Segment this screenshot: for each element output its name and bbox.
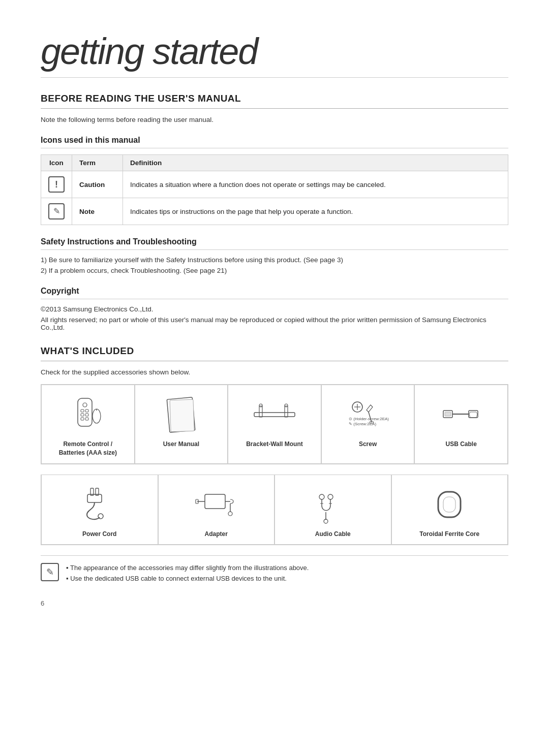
svg-rect-0: [78, 398, 92, 426]
icons-section: Icons used in this manual Icon Term Defi…: [41, 136, 508, 225]
remote-control-icon: [68, 396, 108, 434]
bracket-image: [232, 394, 317, 435]
screw-label: Screw: [359, 440, 377, 449]
table-row: ✎ Note Indicates tips or instructions on…: [41, 198, 508, 225]
remote-control-image: [46, 394, 130, 435]
page-title: getting started: [41, 30, 508, 78]
power-cord-icon: [79, 484, 120, 525]
caution-icon: !: [48, 176, 65, 193]
svg-rect-11: [170, 399, 194, 432]
before-reading-note: Note the following terms before reading …: [41, 116, 508, 123]
svg-point-38: [228, 512, 232, 516]
screw-image: ⊙ (Holder-screw:2EA) ✎ (Screw:2EA): [326, 394, 410, 435]
accessory-audio-cable: Audio Cable: [274, 475, 391, 545]
note-block-icon: ✎: [41, 563, 59, 581]
table-header-icon: Icon: [41, 155, 72, 171]
copyright-title: Copyright: [41, 287, 508, 299]
ferrite-core-image: [396, 484, 504, 525]
svg-point-32: [98, 514, 103, 519]
power-cord-image: [46, 484, 154, 525]
note-definition: Indicates tips or instructions on the pa…: [123, 198, 508, 225]
svg-point-8: [93, 409, 101, 423]
svg-point-16: [285, 404, 288, 407]
svg-rect-25: [445, 412, 451, 416]
note-icon-cell: ✎: [41, 198, 72, 225]
svg-text:✎ (Screw:2EA): ✎ (Screw:2EA): [349, 422, 376, 426]
icons-table: Icon Term Definition ! Caution Indicates…: [41, 154, 508, 225]
svg-rect-14: [285, 406, 288, 417]
copyright-body: All rights reserved; no part or whole of…: [41, 316, 508, 331]
accessory-usb-cable: USB Cable: [414, 385, 508, 464]
ferrite-core-label: Toroidal Ferrite Core: [419, 530, 479, 539]
list-item: 2) If a problem occurs, check Troublesho…: [41, 267, 508, 274]
svg-point-1: [83, 403, 87, 407]
screw-icon: ⊙ (Holder-screw:2EA) ✎ (Screw:2EA): [346, 396, 389, 434]
accessory-screw: ⊙ (Holder-screw:2EA) ✎ (Screw:2EA) Screw: [321, 385, 415, 464]
note-block: ✎ The appearance of the accessories may …: [41, 555, 508, 584]
svg-rect-3: [85, 410, 88, 412]
table-row: ! Caution Indicates a situation where a …: [41, 171, 508, 198]
caution-term: Caution: [72, 171, 123, 198]
table-header-term: Term: [72, 155, 123, 171]
adapter-image: [163, 484, 270, 525]
audio-cable-icon: [313, 484, 353, 525]
list-item: 1) Be sure to familiarize yourself with …: [41, 256, 508, 264]
note-term: Note: [72, 198, 123, 225]
caution-icon-cell: !: [41, 171, 72, 198]
svg-rect-4: [81, 414, 84, 416]
adapter-label: Adapter: [205, 530, 228, 539]
usb-cable-label: USB Cable: [446, 440, 477, 449]
svg-point-42: [328, 494, 333, 499]
usb-cable-icon: [441, 399, 481, 430]
user-manual-label: User Manual: [163, 440, 199, 449]
user-manual-image: [139, 394, 224, 435]
whats-included-section: WHAT'S INCLUDED Check for the supplied a…: [41, 345, 508, 584]
svg-rect-12: [254, 413, 295, 417]
copyright-year: ©2013 Samsung Electronics Co.,Ltd.: [41, 305, 508, 313]
svg-rect-7: [85, 418, 88, 420]
svg-rect-2: [81, 410, 84, 412]
table-header-definition: Definition: [123, 155, 508, 171]
before-reading-section: BEFORE READING THE USER'S MANUAL Note th…: [41, 93, 508, 331]
accessory-ferrite-core: Toroidal Ferrite Core: [391, 475, 508, 545]
copyright-section: Copyright ©2013 Samsung Electronics Co.,…: [41, 287, 508, 331]
note-item-1: The appearance of the accessories may di…: [66, 563, 309, 574]
svg-point-46: [324, 519, 328, 523]
bracket-label: Bracket-Wall Mount: [246, 440, 303, 449]
whats-included-title: WHAT'S INCLUDED: [41, 345, 508, 361]
accessory-remote-control: Remote Control /Batteries (AAA size): [41, 385, 135, 464]
adapter-icon: [195, 484, 238, 525]
caution-definition: Indicates a situation where a function d…: [123, 171, 508, 198]
accessories-row1: Remote Control /Batteries (AAA size) Use…: [41, 384, 508, 464]
safety-list: 1) Be sure to familiarize yourself with …: [41, 256, 508, 274]
accessories-row2: Power Cord Adapter: [41, 475, 508, 546]
user-manual-icon: [163, 396, 199, 434]
svg-rect-6: [81, 418, 84, 420]
svg-rect-13: [259, 406, 262, 417]
icons-section-title: Icons used in this manual: [41, 136, 508, 148]
accessory-power-cord: Power Cord: [41, 475, 158, 545]
svg-rect-33: [205, 494, 225, 509]
note-item-2: Use the dedicated USB cable to connect e…: [66, 574, 309, 584]
bracket-icon: [252, 396, 297, 434]
remote-control-label: Remote Control /Batteries (AAA size): [59, 440, 117, 457]
audio-cable-image: [279, 484, 387, 525]
whats-included-intro: Check for the supplied accessories shown…: [41, 368, 508, 376]
svg-point-39: [319, 494, 324, 499]
safety-title: Safety Instructions and Troubleshooting: [41, 237, 508, 250]
note-block-text: The appearance of the accessories may di…: [66, 563, 309, 584]
svg-marker-28: [469, 412, 477, 418]
before-reading-title: BEFORE READING THE USER'S MANUAL: [41, 93, 508, 109]
accessory-bracket: Bracket-Wall Mount: [228, 385, 321, 464]
page-number: 6: [41, 600, 508, 607]
svg-rect-48: [443, 497, 455, 512]
ferrite-core-icon: [429, 484, 470, 525]
svg-text:⊙ (Holder-screw:2EA): ⊙ (Holder-screw:2EA): [349, 417, 389, 421]
safety-section: Safety Instructions and Troubleshooting …: [41, 237, 508, 274]
note-icon: ✎: [48, 203, 65, 219]
svg-rect-5: [85, 414, 88, 416]
accessory-user-manual: User Manual: [135, 385, 228, 464]
power-cord-label: Power Cord: [82, 530, 116, 539]
svg-rect-31: [87, 494, 102, 502]
audio-cable-label: Audio Cable: [315, 530, 351, 539]
